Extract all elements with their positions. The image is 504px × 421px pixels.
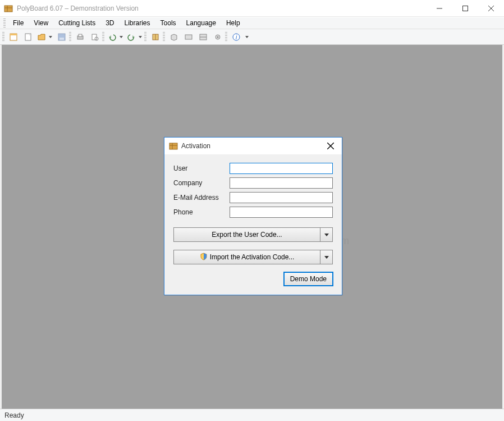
- undo-icon[interactable]: [107, 30, 125, 44]
- menu-bar: File View Cutting Lists 3D Libraries Too…: [0, 17, 504, 29]
- menu-view[interactable]: View: [29, 18, 53, 28]
- export-user-code-button[interactable]: Export the User Code...: [173, 227, 333, 242]
- new-cabinet-icon[interactable]: [7, 30, 20, 44]
- svg-rect-8: [10, 34, 17, 35]
- company-input[interactable]: [230, 177, 333, 189]
- menu-libraries[interactable]: Libraries: [120, 18, 155, 28]
- toolbar-sep-4: [163, 32, 165, 42]
- toolbar-sep-5: [225, 32, 227, 42]
- demo-mode-button[interactable]: Demo Mode: [284, 272, 333, 286]
- menu-3d[interactable]: 3D: [100, 18, 119, 28]
- export-label: Export the User Code...: [212, 231, 282, 239]
- dialog-app-icon: [169, 141, 178, 150]
- svg-rect-0: [4, 6, 12, 12]
- company-label: Company: [173, 179, 230, 187]
- menu-language[interactable]: Language: [181, 18, 221, 28]
- cabinet-3d-icon[interactable]: [149, 30, 162, 44]
- svg-rect-4: [463, 6, 468, 11]
- maximize-button[interactable]: [452, 0, 478, 17]
- toolbar-overflow[interactable]: [244, 30, 250, 44]
- toolbar-sep-3: [144, 32, 146, 42]
- phone-label: Phone: [173, 208, 230, 216]
- dialog-title-bar[interactable]: Activation: [164, 138, 342, 154]
- user-label: User: [173, 164, 230, 172]
- export-dropdown-arrow[interactable]: [320, 227, 333, 242]
- svg-rect-21: [185, 35, 192, 39]
- status-text: Ready: [4, 411, 24, 419]
- drawer-icon[interactable]: [196, 30, 210, 44]
- close-button[interactable]: [478, 0, 504, 17]
- user-input[interactable]: [230, 163, 333, 174]
- menu-file[interactable]: File: [8, 18, 29, 28]
- dialog-title: Activation: [181, 142, 210, 150]
- svg-rect-28: [169, 143, 177, 149]
- phone-input[interactable]: [230, 207, 333, 218]
- app-icon: [3, 3, 13, 13]
- menu-tools[interactable]: Tools: [155, 18, 181, 28]
- open-icon[interactable]: [36, 30, 54, 44]
- dialog-body: User Company E-Mail Address Phone Export…: [164, 154, 342, 295]
- info-icon[interactable]: i: [230, 30, 243, 44]
- new-doc-icon[interactable]: [21, 30, 35, 44]
- import-dropdown-arrow[interactable]: [320, 250, 333, 264]
- import-label: Import the Activation Code...: [210, 253, 295, 261]
- email-input[interactable]: [230, 192, 333, 203]
- email-label: E-Mail Address: [173, 194, 230, 202]
- hardware-icon[interactable]: [211, 30, 224, 44]
- svg-rect-14: [79, 34, 82, 36]
- title-bar: PolyBoard 6.07 – Demonstration Version: [0, 0, 504, 17]
- menu-cutting-lists[interactable]: Cutting Lists: [53, 18, 100, 28]
- window-controls: [427, 0, 504, 17]
- print-icon[interactable]: [74, 30, 87, 44]
- panel-icon[interactable]: [182, 30, 195, 44]
- box-icon[interactable]: [167, 30, 181, 44]
- toolbar-grip: [2, 32, 4, 42]
- workspace: 安下载 .anxz.com Activation User Company E-…: [0, 45, 504, 409]
- import-activation-code-button[interactable]: Import the Activation Code...: [173, 250, 333, 264]
- minimize-button[interactable]: [427, 0, 452, 17]
- save-icon[interactable]: [55, 30, 68, 44]
- menu-help[interactable]: Help: [221, 18, 245, 28]
- toolbar-sep-1: [69, 32, 71, 42]
- activation-dialog: Activation User Company E-Mail Address P…: [164, 137, 342, 295]
- dialog-close-button[interactable]: [322, 138, 340, 154]
- shield-icon: [200, 253, 208, 262]
- status-bar: Ready: [0, 409, 504, 421]
- print-preview-icon[interactable]: [88, 30, 102, 44]
- toolbar: i: [0, 29, 504, 45]
- redo-icon[interactable]: [126, 30, 144, 44]
- window-title: PolyBoard 6.07 – Demonstration Version: [17, 4, 139, 12]
- svg-point-25: [217, 36, 219, 38]
- menu-grip: [3, 19, 6, 28]
- toolbar-sep-2: [102, 32, 104, 42]
- svg-rect-12: [59, 38, 64, 40]
